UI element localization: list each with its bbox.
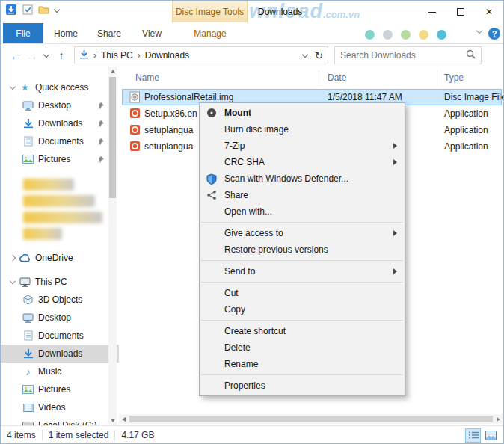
sidebar-scrollbar[interactable] [108,67,117,425]
menu-item-cut[interactable]: Cut [200,285,405,301]
address-dropdown[interactable] [302,51,308,57]
search-input[interactable] [340,50,466,61]
application-icon [129,124,141,138]
share-icon [206,189,218,201]
close-button[interactable]: ✕ [475,1,503,23]
tab-home[interactable]: Home [47,23,84,43]
column-divider[interactable] [437,70,437,84]
details-view-button[interactable] [465,428,481,443]
selection-count: 1 item selected [49,430,109,440]
maximize-button[interactable] [446,1,475,23]
menu-item-burn-disc-image[interactable]: Burn disc image [200,121,405,138]
file-name: Setup.x86.en [144,108,197,119]
desktop-icon [21,101,35,111]
pictures-icon [21,155,35,164]
application-icon [129,108,141,121]
scroll-up-button[interactable] [108,67,117,76]
scroll-down-button[interactable] [108,416,117,425]
column-header-date[interactable]: Date [328,73,346,83]
recent-locations-dropdown[interactable] [40,55,52,57]
menu-item-scan-with-windows-defender[interactable]: Scan with Windows Defender... [200,170,405,187]
downloads-icon [21,348,35,359]
menu-item-rename[interactable]: Rename [200,356,405,372]
scrollbar-thumb[interactable] [129,416,493,422]
sidebar-item-desktop[interactable]: Desktop [1,309,119,327]
tab-view[interactable]: View [134,23,170,43]
pictures-icon [21,385,35,394]
navigation-pane: ★ Quick access Desktop Downloads Documen… [1,67,119,425]
menu-item-restore-previous-versions[interactable]: Restore previous versions [200,241,405,258]
sidebar-item-downloads-selected[interactable]: Downloads [1,345,119,363]
sidebar-item-documents[interactable]: Documents [1,327,119,345]
search-icon[interactable] [466,49,476,61]
menu-item-label: Send to [224,266,255,277]
sidebar-item-label: Desktop [38,100,71,111]
horizontal-scrollbar[interactable] [119,414,503,424]
refresh-button[interactable]: ↻ [315,50,323,61]
sidebar-item-videos[interactable]: Videos [1,398,119,416]
address-box[interactable]: › This PC › Downloads ↻ [74,46,328,64]
column-header-name[interactable]: Name [135,73,159,83]
sidebar-item-pictures-pinned[interactable]: Pictures [1,150,119,168]
sidebar-item-local-disk-c[interactable]: Local Disk (C:) [1,416,119,425]
column-header-type[interactable]: Type [444,73,464,83]
expand-chevron-icon[interactable] [7,256,18,260]
menu-item-open-with[interactable]: Open with... [200,203,405,220]
forward-button[interactable]: → [24,50,40,61]
pin-icon [96,102,104,112]
menu-item-share[interactable]: Share [200,187,405,203]
menu-item-give-access-to[interactable]: Give access to [200,225,405,241]
status-divider [42,430,43,440]
new-folder-button[interactable] [38,5,49,16]
tab-file[interactable]: File [3,23,43,43]
menu-item-label: Cut [224,288,239,298]
tab-manage[interactable]: Manage [180,23,240,43]
blurred-sidebar-items [1,168,119,246]
sidebar-item-quick-access[interactable]: ★ Quick access [1,78,119,96]
menu-item-delete[interactable]: Delete [200,339,405,356]
breadcrumb-separator-icon: › [138,50,141,61]
sidebar-item-3d-objects[interactable]: 3D Objects [1,291,119,309]
back-button[interactable]: ← [7,50,24,61]
sidebar-item-downloads-pinned[interactable]: Downloads [1,114,119,132]
minimize-button[interactable] [418,1,446,23]
music-note-icon: ♪ [21,367,35,377]
sidebar-item-onedrive[interactable]: OneDrive [1,249,119,267]
up-button[interactable]: ↑ [52,49,70,61]
scrollbar-thumb[interactable] [109,77,116,198]
menu-item-copy[interactable]: Copy [200,301,405,318]
menu-item-send-to[interactable]: Send to [200,263,405,280]
menu-item-7zip[interactable]: 7-Zip [200,138,405,154]
sidebar-item-label: Documents [38,136,84,147]
sidebar-item-label: Videos [38,402,65,413]
mount-disc-icon [206,107,218,119]
this-pc-icon [18,277,32,287]
blurred-item [23,179,74,191]
sidebar-item-music[interactable]: ♪ Music [1,363,119,380]
menu-item-create-shortcut[interactable]: Create shortcut [200,323,405,339]
tab-share[interactable]: Share [89,23,129,43]
breadcrumb-this-pc[interactable]: This PC [101,50,133,61]
properties-button[interactable] [22,4,33,17]
help-button[interactable]: ? [488,28,500,40]
expand-chevron-icon[interactable] [7,86,18,89]
expand-ribbon-button[interactable] [473,30,486,40]
breadcrumb-downloads[interactable]: Downloads [145,50,189,61]
close-icon: ✕ [485,7,493,17]
expand-chevron-icon[interactable] [7,280,18,283]
menu-item-properties[interactable]: Properties [200,377,405,394]
scroll-right-button[interactable] [494,414,503,424]
qat-customize-dropdown[interactable] [54,7,60,13]
menu-item-mount[interactable]: Mount [200,105,405,121]
sidebar-item-label: Desktop [38,312,71,323]
menu-item-label: Restore previous versions [224,244,328,255]
sidebar-item-this-pc[interactable]: This PC [1,273,119,291]
sidebar-item-desktop-pinned[interactable]: Desktop [1,96,119,114]
menu-item-crc-sha[interactable]: CRC SHA [200,154,405,170]
sidebar-item-documents-pinned[interactable]: Documents [1,132,119,150]
onedrive-cloud-icon [18,254,32,262]
sidebar-item-pictures[interactable]: Pictures [1,380,119,398]
scroll-left-button[interactable] [119,414,129,424]
thumbnails-view-button[interactable] [483,428,499,443]
column-divider[interactable] [319,70,319,84]
